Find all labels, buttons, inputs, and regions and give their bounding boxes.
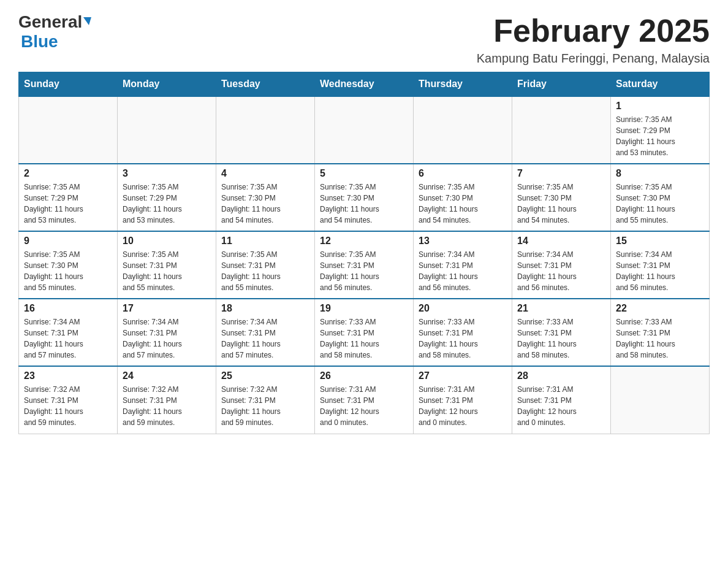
weekday-header-monday: Monday [118,72,216,97]
day-number: 28 [517,370,605,381]
calendar-cell: 20Sunrise: 7:33 AM Sunset: 7:31 PM Dayli… [414,299,512,366]
calendar-cell: 22Sunrise: 7:33 AM Sunset: 7:31 PM Dayli… [611,299,710,366]
calendar-cell: 24Sunrise: 7:32 AM Sunset: 7:31 PM Dayli… [118,366,216,434]
calendar-title: February 2025 [477,12,710,49]
day-number: 16 [24,303,112,314]
calendar-cell: 21Sunrise: 7:33 AM Sunset: 7:31 PM Dayli… [512,299,611,366]
day-number: 11 [221,236,309,247]
day-info: Sunrise: 7:35 AM Sunset: 7:30 PM Dayligh… [616,182,704,226]
calendar-cell: 25Sunrise: 7:32 AM Sunset: 7:31 PM Dayli… [216,366,315,434]
weekday-header-thursday: Thursday [414,72,512,97]
calendar-cell [118,96,216,164]
day-info: Sunrise: 7:35 AM Sunset: 7:30 PM Dayligh… [24,249,112,293]
day-number: 23 [24,370,112,381]
calendar-cell: 28Sunrise: 7:31 AM Sunset: 7:31 PM Dayli… [512,366,611,434]
day-info: Sunrise: 7:33 AM Sunset: 7:31 PM Dayligh… [419,316,507,361]
day-info: Sunrise: 7:34 AM Sunset: 7:31 PM Dayligh… [517,249,605,293]
week-row-5: 23Sunrise: 7:32 AM Sunset: 7:31 PM Dayli… [19,366,710,434]
day-info: Sunrise: 7:33 AM Sunset: 7:31 PM Dayligh… [616,316,704,361]
day-info: Sunrise: 7:33 AM Sunset: 7:31 PM Dayligh… [517,316,605,361]
calendar-cell: 26Sunrise: 7:31 AM Sunset: 7:31 PM Dayli… [315,366,414,434]
day-number: 21 [517,303,605,314]
day-info: Sunrise: 7:35 AM Sunset: 7:30 PM Dayligh… [221,182,309,226]
calendar-cell: 7Sunrise: 7:35 AM Sunset: 7:30 PM Daylig… [512,164,611,231]
day-number: 8 [616,168,704,179]
day-number: 6 [419,168,507,179]
day-info: Sunrise: 7:35 AM Sunset: 7:31 PM Dayligh… [320,249,408,293]
day-number: 12 [320,236,408,247]
week-row-3: 9Sunrise: 7:35 AM Sunset: 7:30 PM Daylig… [19,231,710,299]
calendar-cell: 1Sunrise: 7:35 AM Sunset: 7:29 PM Daylig… [611,96,710,164]
calendar-cell [611,366,710,434]
day-number: 25 [221,370,309,381]
logo: General Blue [18,12,91,52]
day-number: 19 [320,303,408,314]
day-info: Sunrise: 7:35 AM Sunset: 7:29 PM Dayligh… [616,114,704,158]
day-info: Sunrise: 7:35 AM Sunset: 7:29 PM Dayligh… [24,182,112,226]
calendar-cell: 5Sunrise: 7:35 AM Sunset: 7:30 PM Daylig… [315,164,414,231]
calendar-cell: 4Sunrise: 7:35 AM Sunset: 7:30 PM Daylig… [216,164,315,231]
day-info: Sunrise: 7:32 AM Sunset: 7:31 PM Dayligh… [123,384,211,428]
day-number: 15 [616,236,704,247]
day-info: Sunrise: 7:35 AM Sunset: 7:31 PM Dayligh… [123,249,211,293]
calendar-cell: 3Sunrise: 7:35 AM Sunset: 7:29 PM Daylig… [118,164,216,231]
day-info: Sunrise: 7:32 AM Sunset: 7:31 PM Dayligh… [24,384,112,428]
calendar-cell: 6Sunrise: 7:35 AM Sunset: 7:30 PM Daylig… [414,164,512,231]
calendar-cell: 27Sunrise: 7:31 AM Sunset: 7:31 PM Dayli… [414,366,512,434]
day-info: Sunrise: 7:34 AM Sunset: 7:31 PM Dayligh… [123,316,211,361]
weekday-header-wednesday: Wednesday [315,72,414,97]
logo-arrow-icon [83,17,91,25]
day-number: 26 [320,370,408,381]
day-number: 13 [419,236,507,247]
calendar-cell: 12Sunrise: 7:35 AM Sunset: 7:31 PM Dayli… [315,231,414,299]
day-number: 18 [221,303,309,314]
calendar-cell: 17Sunrise: 7:34 AM Sunset: 7:31 PM Dayli… [118,299,216,366]
day-number: 9 [24,236,112,247]
day-info: Sunrise: 7:32 AM Sunset: 7:31 PM Dayligh… [221,384,309,428]
week-row-1: 1Sunrise: 7:35 AM Sunset: 7:29 PM Daylig… [19,96,710,164]
day-number: 7 [517,168,605,179]
day-info: Sunrise: 7:35 AM Sunset: 7:30 PM Dayligh… [419,182,507,226]
day-number: 5 [320,168,408,179]
calendar-subtitle: Kampung Batu Feringgi, Penang, Malaysia [477,52,710,66]
calendar-cell [315,96,414,164]
calendar-cell: 15Sunrise: 7:34 AM Sunset: 7:31 PM Dayli… [611,231,710,299]
calendar-cell: 23Sunrise: 7:32 AM Sunset: 7:31 PM Dayli… [19,366,118,434]
weekday-header-friday: Friday [512,72,611,97]
calendar-cell: 18Sunrise: 7:34 AM Sunset: 7:31 PM Dayli… [216,299,315,366]
week-row-4: 16Sunrise: 7:34 AM Sunset: 7:31 PM Dayli… [19,299,710,366]
day-info: Sunrise: 7:33 AM Sunset: 7:31 PM Dayligh… [320,316,408,361]
calendar-table: SundayMondayTuesdayWednesdayThursdayFrid… [18,72,710,434]
day-info: Sunrise: 7:31 AM Sunset: 7:31 PM Dayligh… [320,384,408,428]
calendar-cell: 2Sunrise: 7:35 AM Sunset: 7:29 PM Daylig… [19,164,118,231]
calendar-cell [216,96,315,164]
day-number: 24 [123,370,211,381]
calendar-cell [414,96,512,164]
calendar-cell: 19Sunrise: 7:33 AM Sunset: 7:31 PM Dayli… [315,299,414,366]
calendar-cell: 10Sunrise: 7:35 AM Sunset: 7:31 PM Dayli… [118,231,216,299]
week-row-2: 2Sunrise: 7:35 AM Sunset: 7:29 PM Daylig… [19,164,710,231]
day-number: 10 [123,236,211,247]
day-number: 4 [221,168,309,179]
day-number: 2 [24,168,112,179]
logo-general-text: General [18,12,82,32]
weekday-header-tuesday: Tuesday [216,72,315,97]
day-number: 1 [616,101,704,112]
day-number: 22 [616,303,704,314]
title-section: February 2025 Kampung Batu Feringgi, Pen… [477,12,710,66]
weekday-header-sunday: Sunday [19,72,118,97]
calendar-cell: 9Sunrise: 7:35 AM Sunset: 7:30 PM Daylig… [19,231,118,299]
day-info: Sunrise: 7:35 AM Sunset: 7:30 PM Dayligh… [320,182,408,226]
day-info: Sunrise: 7:31 AM Sunset: 7:31 PM Dayligh… [517,384,605,428]
day-number: 3 [123,168,211,179]
calendar-cell: 11Sunrise: 7:35 AM Sunset: 7:31 PM Dayli… [216,231,315,299]
day-info: Sunrise: 7:34 AM Sunset: 7:31 PM Dayligh… [616,249,704,293]
day-number: 14 [517,236,605,247]
day-info: Sunrise: 7:34 AM Sunset: 7:31 PM Dayligh… [24,316,112,361]
page-header: General Blue February 2025 Kampung Batu … [18,12,710,66]
day-number: 27 [419,370,507,381]
calendar-cell: 16Sunrise: 7:34 AM Sunset: 7:31 PM Dayli… [19,299,118,366]
weekday-header-row: SundayMondayTuesdayWednesdayThursdayFrid… [19,72,710,97]
day-info: Sunrise: 7:35 AM Sunset: 7:31 PM Dayligh… [221,249,309,293]
calendar-cell: 8Sunrise: 7:35 AM Sunset: 7:30 PM Daylig… [611,164,710,231]
